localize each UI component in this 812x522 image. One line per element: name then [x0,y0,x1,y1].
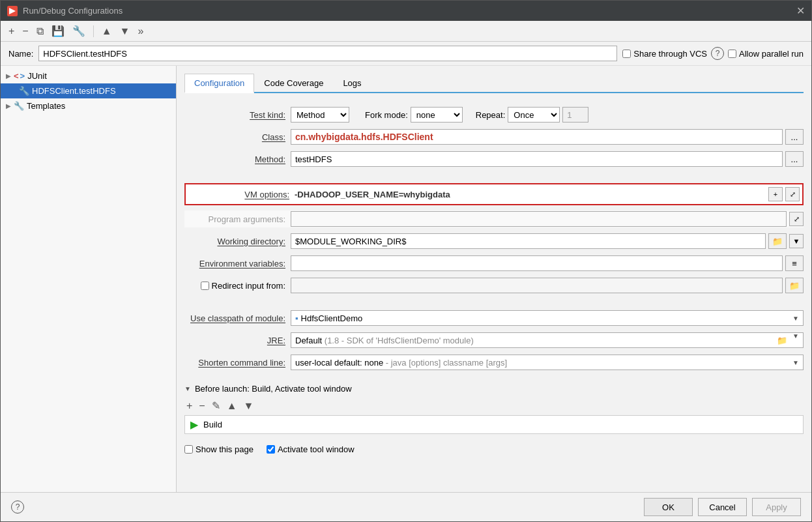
vcs-help-icon[interactable]: ? [711,47,724,60]
tab-logs[interactable]: Logs [333,74,371,92]
title-bar: Run/Debug Configurations ✕ [1,1,811,21]
before-launch-down-button[interactable]: ▼ [242,399,256,413]
tab-configuration[interactable]: Configuration [184,74,254,93]
env-vars-input[interactable] [291,255,783,271]
before-launch-label: Before launch: Build, Activate tool wind… [195,384,352,394]
parallel-run-checkbox-label[interactable]: Allow parallel run [728,49,804,59]
redirect-browse-button[interactable]: 📁 [785,278,804,293]
sidebar-item-junit[interactable]: ▶ < > JUnit [1,68,176,83]
sidebar-item-hdfs-label: HDFSClient.testHDFS [32,86,116,96]
templates-expand-icon: ▶ [6,102,11,109]
repeat-select[interactable]: Once [508,107,560,123]
shorten-value: user-local default: none - java [options… [295,358,507,368]
more-button[interactable]: » [135,24,146,38]
ok-button[interactable]: OK [644,498,693,516]
jre-value: Default (1.8 - SDK of 'HdfsClientDemo' m… [295,336,474,345]
before-launch-up-button[interactable]: ▲ [225,399,239,413]
env-vars-edit-button[interactable]: ≡ [785,255,804,271]
before-launch-add-button[interactable]: + [184,399,194,413]
shorten-dropdown[interactable]: user-local default: none - java [options… [291,355,804,370]
before-launch-triangle[interactable]: ▼ [184,385,191,392]
repeat-number-input[interactable]: 1 [562,107,588,123]
jre-browse-button[interactable]: 📁 [773,332,791,348]
env-vars-row: Environment variables: ≡ [184,255,804,272]
redirect-label: Redirect input from: [212,281,285,291]
run-debug-dialog: Run/Debug Configurations ✕ + − ⧉ 💾 🔧 ▲ ▼… [0,0,812,522]
method-row: Method: testHDFS ... [184,151,804,167]
name-label: Name: [8,49,33,59]
activate-window-checkbox-label[interactable]: Activate tool window [267,444,355,454]
before-launch-header: ▼ Before launch: Build, Activate tool wi… [184,381,804,396]
jre-label: JRE: [184,336,285,345]
remove-button[interactable]: − [20,24,31,38]
sidebar-item-hdfs[interactable]: 🔧 HDFSClient.testHDFS [1,83,176,98]
settings-button[interactable]: 🔧 [70,23,88,38]
sidebar: ▶ < > JUnit 🔧 HDFSClient.testHDFS ▶ 🔧 Te… [1,66,177,492]
right-panel: Configuration Code Coverage Logs Test ki… [177,66,811,492]
redirect-input[interactable] [291,278,783,293]
sidebar-item-templates[interactable]: ▶ 🔧 Templates [1,98,176,113]
tab-code-coverage[interactable]: Code Coverage [254,74,333,92]
working-dir-control: $MODULE_WORKING_DIR$ 📁 ▼ [291,233,804,249]
add-button[interactable]: + [6,24,17,38]
up-button[interactable]: ▲ [99,24,115,38]
classpath-dropdown[interactable]: ▪ HdfsClientDemo ▼ [291,310,804,326]
working-dir-row: Working directory: $MODULE_WORKING_DIR$ … [184,233,804,250]
before-launch-edit-button[interactable]: ✎ [210,399,222,413]
vm-add-button[interactable]: + [768,187,783,201]
vm-options-row: VM options: -DHADOOP_USER_NAME=whybigdat… [184,183,804,205]
shorten-control: user-local default: none - java [options… [291,355,804,370]
env-vars-control: ≡ [291,255,804,271]
before-launch-remove-button[interactable]: − [197,399,207,413]
apply-button[interactable]: Apply [752,498,801,516]
program-args-input[interactable] [291,211,787,227]
save-button[interactable]: 💾 [49,23,67,38]
working-dir-browse-button[interactable]: 📁 [768,233,787,249]
classpath-module-icon: ▪ [295,313,298,323]
parallel-run-checkbox[interactable] [728,50,736,58]
share-vcs-checkbox-label[interactable]: Share through VCS [622,49,707,59]
templates-icon: 🔧 [14,101,24,111]
vm-options-input[interactable]: -DHADOOP_USER_NAME=whybigdata [295,190,766,199]
redirect-checkbox[interactable] [201,282,209,290]
copy-button[interactable]: ⧉ [34,24,46,38]
show-page-checkbox[interactable] [184,445,193,454]
working-dir-label: Working directory: [184,237,285,246]
sidebar-item-junit-label: JUnit [27,71,47,81]
build-icon: ▶ [190,418,198,431]
jre-dropdown[interactable]: Default (1.8 - SDK of 'HdfsClientDemo' m… [291,332,804,348]
vm-options-control: -DHADOOP_USER_NAME=whybigdata + ⤢ [295,187,800,201]
test-kind-select[interactable]: Method [291,107,349,123]
class-control: ... [291,129,804,145]
method-browse-button[interactable]: ... [785,151,804,167]
fork-mode-select[interactable]: none [411,107,463,123]
sidebar-item-templates-label: Templates [27,101,65,111]
class-browse-button[interactable]: ... [785,129,804,145]
app-icon [7,6,18,16]
help-button[interactable]: ? [11,500,24,514]
down-button[interactable]: ▼ [117,24,133,38]
test-kind-label: Test kind: [184,110,285,120]
cancel-button[interactable]: Cancel [698,498,747,516]
class-input[interactable] [291,129,783,145]
env-vars-label: Environment variables: [184,259,285,268]
dialog-footer: ? OK Cancel Apply [1,492,811,521]
before-launch-section: ▼ Before launch: Build, Activate tool wi… [184,381,804,434]
activate-window-checkbox[interactable] [267,445,275,454]
dialog-toolbar: + − ⧉ 💾 🔧 ▲ ▼ » [1,21,811,42]
method-input[interactable]: testHDFS [291,151,783,167]
configuration-form: Test kind: Method Fork mode: none Repeat… [184,106,804,459]
junit-icon: < > [14,71,25,81]
working-dir-input[interactable]: $MODULE_WORKING_DIR$ [291,233,766,249]
separator-1 [184,173,804,178]
working-dir-dropdown-button[interactable]: ▼ [789,234,804,248]
vm-expand-button[interactable]: ⤢ [785,187,800,201]
method-control: testHDFS ... [291,151,804,167]
show-page-checkbox-label[interactable]: Show this page [184,444,254,454]
jre-buttons: 📁 ▼ [773,332,799,348]
share-vcs-checkbox[interactable] [622,50,631,58]
program-args-expand-button[interactable]: ⤢ [789,212,804,226]
name-input[interactable]: HDFSClient.testHDFS [38,46,617,61]
close-icon[interactable]: ✕ [796,5,805,17]
expand-icon: ▶ [6,72,11,80]
